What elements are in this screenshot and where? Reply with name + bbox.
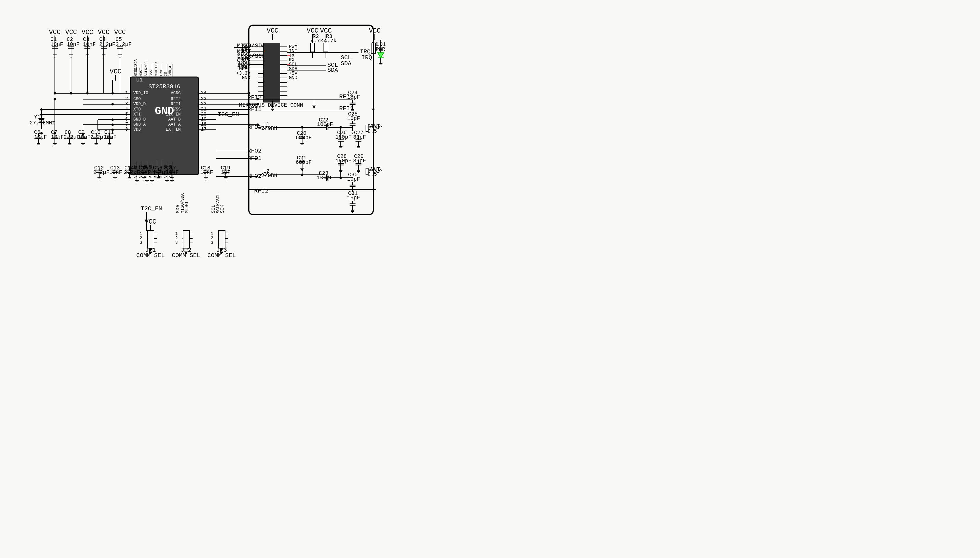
svg-text:0.5: 0.5: [367, 171, 377, 177]
svg-text:COMM SEL: COMM SEL: [136, 252, 165, 259]
svg-rect-268: [310, 43, 315, 52]
svg-text:RFI1: RFI1: [171, 102, 181, 106]
svg-text:AAT_A: AAT_A: [168, 122, 181, 127]
svg-text:15pF: 15pF: [347, 195, 360, 201]
svg-text:680pF: 680pF: [295, 159, 312, 165]
svg-text:MCU_CLK: MCU_CLK: [154, 61, 159, 76]
svg-point-682: [256, 123, 259, 126]
svg-text:U1: U1: [136, 77, 143, 83]
svg-text:GND_A: GND_A: [133, 122, 146, 127]
svg-text:2: 2: [176, 236, 178, 241]
svg-point-636: [54, 98, 56, 100]
svg-text:VCC: VCC: [49, 29, 61, 36]
svg-text:1: 1: [176, 231, 178, 236]
svg-text:COMM SEL: COMM SEL: [207, 252, 236, 259]
svg-text:1: 1: [140, 231, 142, 236]
svg-rect-440: [366, 168, 368, 175]
svg-text:180pF: 180pF: [335, 158, 351, 164]
schematic-canvas: VCC VCC VCC VCC VCC C1 10nF C2 10nF C3 1…: [0, 0, 980, 558]
svg-text:3: 3: [176, 240, 178, 245]
svg-text:RFI2: RFI2: [247, 94, 262, 101]
svg-text:CSO: CSO: [133, 97, 141, 101]
svg-point-598: [340, 177, 342, 179]
svg-text:←: ←: [287, 66, 291, 72]
svg-text:XTO: XTO: [133, 107, 141, 112]
svg-text:33pF: 33pF: [353, 158, 366, 164]
svg-text:BSS: BSS: [149, 70, 153, 76]
svg-text:VCC: VCC: [65, 29, 77, 36]
svg-text:←: ←: [264, 49, 267, 54]
svg-text:2: 2: [140, 236, 142, 241]
svg-text:VCC: VCC: [114, 29, 126, 36]
svg-text:MISO: MISO: [184, 202, 190, 213]
svg-point-586: [301, 126, 304, 128]
svg-text:680pF: 680pF: [295, 135, 312, 141]
svg-text:RFI2: RFI2: [254, 187, 268, 194]
svg-text:RFI1: RFI1: [339, 105, 353, 112]
svg-text:27.12MHz: 27.12MHz: [30, 120, 55, 126]
svg-rect-273: [324, 43, 328, 52]
svg-text:100pF: 100pF: [317, 121, 333, 127]
svg-text:VDD_IO: VDD_IO: [133, 90, 148, 95]
svg-text:3: 3: [140, 240, 142, 245]
svg-text:MISO/SDA: MISO/SDA: [134, 59, 138, 76]
svg-text:VCC: VCC: [98, 29, 110, 36]
svg-text:1: 1: [211, 231, 213, 236]
svg-text:ST25R3916: ST25R3916: [148, 83, 181, 90]
svg-text:GND: GND: [289, 75, 297, 80]
svg-text:33pF: 33pF: [353, 134, 366, 140]
svg-text:I2C_EN: I2C_EN: [141, 205, 162, 212]
svg-text:RFI2: RFI2: [339, 93, 353, 100]
svg-text:SCK: SCK: [220, 205, 225, 213]
svg-point-308: [248, 123, 250, 126]
svg-text:2: 2: [211, 236, 213, 241]
svg-text:AGDC: AGDC: [171, 90, 181, 95]
svg-text:SCLK/SCL: SCLK/SCL: [144, 59, 148, 76]
svg-text:IRQ: IRQ: [361, 54, 372, 61]
svg-rect-437: [366, 125, 368, 131]
svg-text:I2C_EN: I2C_EN: [166, 112, 181, 117]
svg-point-630: [40, 108, 43, 111]
svg-text:10pF: 10pF: [347, 115, 360, 121]
svg-text:VDD_D: VDD_D: [133, 102, 146, 106]
svg-text:0.5: 0.5: [367, 128, 377, 134]
svg-text:VCC: VCC: [110, 68, 121, 75]
svg-text:10pF: 10pF: [347, 176, 360, 182]
svg-text:IRQ: IRQ: [159, 70, 164, 76]
svg-text:VDD: VDD: [133, 127, 141, 132]
svg-text:RFI1: RFI1: [247, 106, 262, 113]
svg-text:VSS: VSS: [173, 107, 181, 112]
svg-text:SDA: SDA: [327, 67, 338, 74]
svg-text:RFO2: RFO2: [247, 173, 262, 179]
svg-text:IRQ: IRQ: [360, 48, 371, 55]
svg-text:3: 3: [211, 240, 213, 245]
svg-point-631: [40, 113, 43, 116]
svg-point-594: [340, 126, 342, 128]
svg-text:VCC: VCC: [82, 29, 93, 36]
svg-text:AAT_B: AAT_B: [168, 117, 181, 122]
svg-text:EXT_LM: EXT_LM: [166, 127, 181, 132]
svg-text:GND: GND: [240, 65, 249, 71]
svg-text:SDA: SDA: [341, 60, 351, 67]
svg-text:MOSI: MOSI: [139, 68, 143, 76]
svg-text:COMM SEL: COMM SEL: [172, 252, 200, 259]
svg-text:GND_A: GND_A: [168, 66, 172, 76]
svg-text:XTI: XTI: [133, 112, 141, 117]
svg-point-590: [301, 174, 304, 176]
svg-text:180pF: 180pF: [335, 134, 351, 140]
svg-text:RFI2: RFI2: [171, 97, 181, 101]
svg-text:VCC: VCC: [267, 27, 279, 34]
svg-text:GND_D: GND_D: [133, 117, 146, 122]
svg-text:VCC: VCC: [369, 27, 381, 34]
